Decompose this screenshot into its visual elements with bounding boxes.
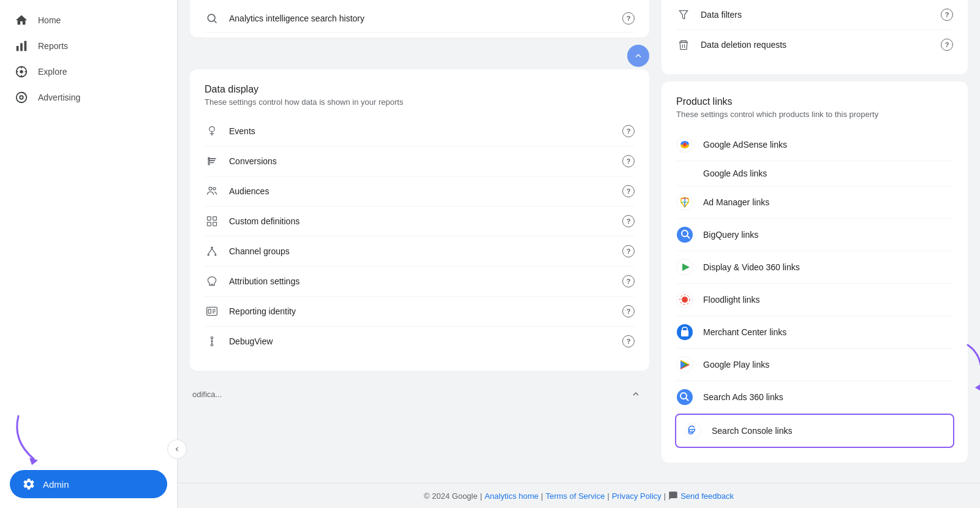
help-icon-data-filters[interactable]: ?	[941, 9, 953, 21]
help-icon-reporting[interactable]: ?	[622, 305, 635, 317]
data-filters-row[interactable]: Data filters ?	[676, 5, 953, 30]
debugview-row-left: DebugView	[205, 334, 273, 349]
svg-point-4	[20, 70, 23, 74]
data-filters-left: Data filters	[676, 7, 742, 22]
dv360-icon	[676, 259, 693, 276]
sidebar-bottom: Admin	[0, 460, 177, 508]
attribution-settings-row[interactable]: Attribution settings ?	[205, 267, 635, 297]
help-icon-deletion[interactable]: ?	[941, 39, 953, 51]
analytics-intelligence-row[interactable]: Analytics intelligence search history ?	[205, 5, 635, 32]
product-links-card: Product links These settings control whi…	[662, 82, 968, 463]
help-icon-analytics[interactable]: ?	[622, 12, 635, 25]
search-ads-360-row[interactable]: Search Ads 360 links	[676, 381, 953, 414]
feedback-icon	[668, 491, 678, 501]
debugview-row[interactable]: DebugView ?	[205, 327, 635, 356]
audiences-row[interactable]: Audiences ?	[205, 176, 635, 207]
help-icon-channel[interactable]: ?	[622, 245, 635, 257]
search-ads-360-icon	[676, 389, 693, 406]
help-icon-attribution[interactable]: ?	[622, 275, 635, 287]
sidebar-item-home[interactable]: Home	[0, 7, 170, 33]
home-icon	[15, 13, 28, 27]
ad-manager-row[interactable]: Ad Manager links	[676, 186, 953, 219]
sidebar: Home Reports	[0, 0, 178, 508]
merchant-center-row[interactable]: Merchant Center links	[676, 316, 953, 349]
svg-point-14	[209, 127, 214, 132]
svg-point-12	[208, 14, 215, 21]
help-icon-custom[interactable]: ?	[622, 215, 635, 227]
adsense-row[interactable]: Google AdSense links	[676, 129, 953, 161]
product-links-title: Product links	[676, 96, 953, 107]
svg-rect-20	[208, 217, 211, 221]
dv360-row[interactable]: Display & Video 360 links	[676, 251, 953, 284]
sidebar-item-advertising[interactable]: Advertising	[0, 85, 170, 110]
svg-point-58	[677, 389, 693, 405]
help-icon-audiences[interactable]: ?	[622, 185, 635, 197]
events-row[interactable]: Events ?	[205, 116, 635, 146]
conversions-row[interactable]: Conversions ?	[205, 146, 635, 176]
svg-rect-56	[681, 330, 688, 336]
events-row-left: Events	[205, 124, 255, 138]
data-display-card: Data display These settings control how …	[190, 69, 649, 371]
help-icon-events[interactable]: ?	[622, 125, 635, 137]
admin-button-label: Admin	[43, 479, 69, 490]
bigquery-row[interactable]: BigQuery links	[676, 219, 953, 251]
data-deletion-row[interactable]: Data deletion requests ?	[676, 30, 953, 59]
sidebar-item-explore[interactable]: Explore	[0, 59, 170, 85]
collapse-button-1[interactable]	[627, 45, 649, 67]
analytics-intelligence-label: Analytics intelligence search history	[229, 13, 364, 23]
chevron-left-icon	[173, 445, 181, 453]
reporting-identity-row[interactable]: Reporting identity ?	[205, 297, 635, 327]
audiences-row-left: Audiences	[205, 184, 269, 199]
google-ads-label: Google Ads links	[703, 169, 767, 178]
chevron-up-icon-1	[633, 50, 644, 61]
footer-analytics-home-link[interactable]: Analytics home	[484, 491, 538, 501]
sidebar-item-reports[interactable]: Reports	[0, 33, 170, 59]
svg-rect-23	[213, 222, 217, 226]
svg-point-25	[208, 254, 209, 256]
collapse-button-2[interactable]	[625, 383, 647, 405]
svg-line-13	[214, 21, 217, 23]
google-play-row[interactable]: Google Play links	[676, 349, 953, 381]
svg-rect-38	[679, 42, 688, 43]
google-play-icon	[676, 356, 693, 373]
svg-rect-22	[208, 222, 211, 226]
help-icon-conversions[interactable]: ?	[622, 155, 635, 167]
google-g-icon: G	[685, 422, 702, 439]
search-console-row[interactable]: G Search Console links	[676, 415, 953, 447]
section-collapse-1	[190, 42, 649, 69]
data-display-title: Data display	[205, 84, 635, 95]
admin-button[interactable]: Admin	[10, 470, 167, 498]
footer-copyright: © 2024 Google	[424, 491, 478, 501]
section-footer-row: odifica...	[190, 381, 649, 408]
channel-groups-row[interactable]: Channel groups ?	[205, 237, 635, 267]
attribution-icon	[205, 274, 219, 289]
events-label: Events	[229, 126, 255, 136]
scroll-area[interactable]: Analytics intelligence search history ?	[178, 0, 980, 483]
footer-terms-link[interactable]: Terms of Service	[546, 491, 605, 501]
explore-icon	[15, 65, 28, 78]
help-icon-debug[interactable]: ?	[622, 335, 635, 347]
footer-privacy-link[interactable]: Privacy Policy	[612, 491, 662, 501]
sidebar-item-reports-label: Reports	[38, 41, 68, 51]
data-deletion-icon	[676, 37, 691, 52]
bigquery-label: BigQuery links	[703, 230, 953, 240]
custom-definitions-row[interactable]: Custom definitions ?	[205, 207, 635, 237]
attribution-settings-row-left: Attribution settings	[205, 274, 300, 289]
debugview-icon	[205, 334, 219, 349]
svg-rect-0	[17, 46, 19, 51]
svg-point-10	[20, 96, 23, 99]
conversions-row-left: Conversions	[205, 154, 277, 169]
footer-feedback-link[interactable]: Send feedback	[680, 491, 734, 501]
conversions-icon	[205, 154, 219, 169]
svg-text:G: G	[688, 428, 693, 436]
svg-marker-61	[974, 382, 980, 394]
google-ads-subheader: Google Ads links	[676, 161, 953, 186]
data-filters-label: Data filters	[701, 10, 742, 20]
svg-point-26	[214, 254, 216, 256]
advertising-icon	[15, 91, 28, 104]
sidebar-collapse-button[interactable]	[167, 439, 187, 459]
audiences-icon	[205, 184, 219, 199]
svg-point-33	[211, 340, 213, 342]
floodlight-row[interactable]: Floodlight links	[676, 284, 953, 316]
custom-definitions-icon	[205, 214, 219, 229]
